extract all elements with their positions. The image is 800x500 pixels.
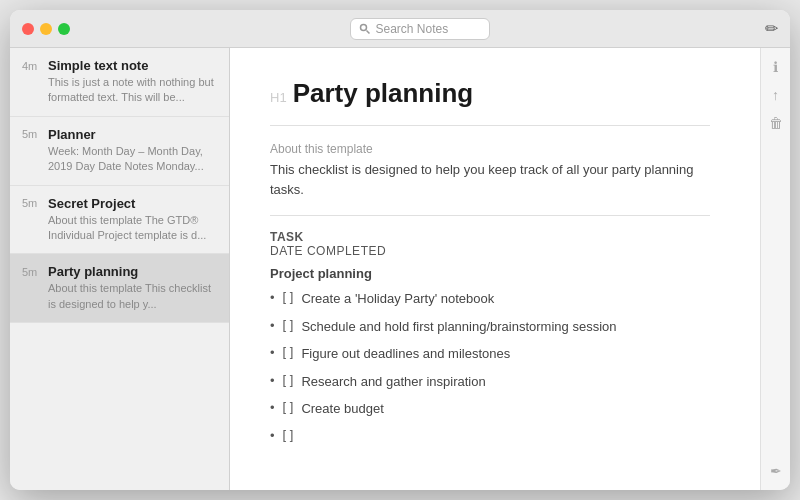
- note-time-3: 5m: [22, 197, 42, 209]
- project-planning-label: Project planning: [270, 266, 710, 281]
- close-button[interactable]: [22, 23, 34, 35]
- title-bar: Search Notes ✏: [10, 10, 790, 48]
- search-icon: [359, 23, 371, 35]
- task-text-5: Create budget: [301, 399, 383, 419]
- divider-1: [270, 125, 710, 126]
- note-preview-4: About this template This checklist is de…: [22, 281, 217, 312]
- info-icon[interactable]: ℹ: [773, 60, 778, 74]
- traffic-lights: [22, 23, 70, 35]
- pen-icon[interactable]: ✒: [770, 464, 782, 478]
- bullet-1: •: [270, 290, 275, 305]
- compose-button[interactable]: ✏: [765, 19, 778, 38]
- note-title-1: Simple text note: [48, 58, 148, 73]
- task-item-4: • [ ] Research and gather inspiration: [270, 372, 710, 392]
- note-editor[interactable]: H1 Party planning About this template Th…: [230, 48, 760, 490]
- note-title-3: Secret Project: [48, 196, 135, 211]
- task-text-3: Figure out deadlines and milestones: [301, 344, 510, 364]
- note-preview-3: About this template The GTD® Individual …: [22, 213, 217, 244]
- sidebar: 4m Simple text note This is just a note …: [10, 48, 230, 490]
- note-title: Party planning: [293, 78, 474, 109]
- date-header: DATE COMPLETED: [270, 244, 710, 258]
- task-item-2: • [ ] Schedule and hold first planning/b…: [270, 317, 710, 337]
- about-text: This checklist is designed to help you k…: [270, 160, 710, 199]
- note-item-planner[interactable]: 5m Planner Week: Month Day – Month Day, …: [10, 117, 229, 186]
- task-item-6: • [ ]: [270, 427, 710, 443]
- task-header: TASK: [270, 230, 710, 244]
- task-text-4: Research and gather inspiration: [301, 372, 485, 392]
- bullet-6: •: [270, 428, 275, 443]
- note-heading: H1 Party planning: [270, 78, 710, 109]
- maximize-button[interactable]: [58, 23, 70, 35]
- svg-line-1: [366, 30, 369, 33]
- note-preview-1: This is just a note with nothing but for…: [22, 75, 217, 106]
- checkbox-4[interactable]: [ ]: [283, 372, 294, 387]
- note-item-secret-project[interactable]: 5m Secret Project About this template Th…: [10, 186, 229, 255]
- note-item-simple-text[interactable]: 4m Simple text note This is just a note …: [10, 48, 229, 117]
- checkbox-3[interactable]: [ ]: [283, 344, 294, 359]
- task-text-1: Create a 'Holiday Party' notebook: [301, 289, 494, 309]
- share-icon[interactable]: ↑: [772, 88, 779, 102]
- search-bar[interactable]: Search Notes: [350, 18, 490, 40]
- bullet-5: •: [270, 400, 275, 415]
- note-time-1: 4m: [22, 60, 42, 72]
- task-item-1: • [ ] Create a 'Holiday Party' notebook: [270, 289, 710, 309]
- note-title-4: Party planning: [48, 264, 138, 279]
- task-item-5: • [ ] Create budget: [270, 399, 710, 419]
- about-label: About this template: [270, 142, 710, 156]
- checkbox-1[interactable]: [ ]: [283, 289, 294, 304]
- checkbox-2[interactable]: [ ]: [283, 317, 294, 332]
- minimize-button[interactable]: [40, 23, 52, 35]
- search-placeholder: Search Notes: [376, 22, 449, 36]
- divider-2: [270, 215, 710, 216]
- note-time-2: 5m: [22, 128, 42, 140]
- note-time-4: 5m: [22, 266, 42, 278]
- checkbox-5[interactable]: [ ]: [283, 399, 294, 414]
- svg-point-0: [360, 24, 366, 30]
- bullet-4: •: [270, 373, 275, 388]
- note-title-2: Planner: [48, 127, 96, 142]
- note-preview-2: Week: Month Day – Month Day, 2019 Day Da…: [22, 144, 217, 175]
- heading-label: H1: [270, 90, 287, 105]
- note-item-party-planning[interactable]: 5m Party planning About this template Th…: [10, 254, 229, 323]
- bullet-3: •: [270, 345, 275, 360]
- bullet-2: •: [270, 318, 275, 333]
- checkbox-6[interactable]: [ ]: [283, 427, 294, 442]
- task-text-2: Schedule and hold first planning/brainst…: [301, 317, 616, 337]
- trash-icon[interactable]: 🗑: [769, 116, 783, 130]
- task-item-3: • [ ] Figure out deadlines and milestone…: [270, 344, 710, 364]
- app-window: Search Notes ✏ 4m Simple text note This …: [10, 10, 790, 490]
- main-content: 4m Simple text note This is just a note …: [10, 48, 790, 490]
- editor-sidebar: ℹ ↑ 🗑 ✒: [760, 48, 790, 490]
